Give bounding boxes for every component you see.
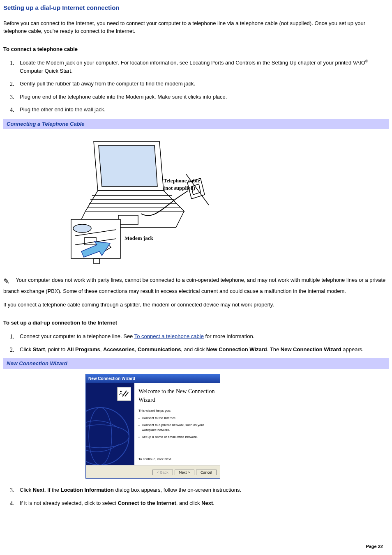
note-block: ✎ Your computer does not work with party… [3, 276, 389, 295]
step-text: , [135, 346, 138, 352]
figure-caption-wizard: New Connection Wizard [3, 358, 389, 369]
step-text: Click [20, 346, 33, 352]
wizard-cancel-button[interactable]: Cancel [196, 470, 217, 475]
pencil-note-icon: ✎ [3, 276, 9, 287]
svg-point-16 [120, 391, 122, 392]
not-supplied-label: (not supplied) [164, 185, 195, 191]
strong-connect-internet: Connect to the Internet [118, 500, 176, 506]
note-text: Your computer does not work with party l… [3, 277, 385, 294]
cable-label: Telephone cable [164, 177, 200, 184]
laptop-diagram-figure: Telephone cable (not supplied) Modem jac… [3, 137, 389, 267]
svg-rect-10 [94, 259, 99, 264]
list-item: Gently pull the rubber tab away from the… [12, 80, 389, 88]
step-text: dialog box appears, follow the on-screen… [114, 487, 241, 493]
svg-rect-4 [118, 215, 138, 224]
step-text: Connect your computer to a telephone lin… [20, 333, 134, 339]
subheading-dialup: To set up a dial-up connection to the In… [3, 319, 389, 327]
dialup-steps-continued: Click Next. If the Location Information … [3, 486, 389, 507]
list-item: If it is not already selected, click to … [12, 499, 389, 507]
strong-ncw: New Connection Wizard [206, 346, 267, 352]
figure-caption-cable: Connecting a Telephone Cable [3, 119, 389, 129]
step-text: If it is not already selected, click to … [20, 500, 118, 506]
subheading-connect-cable: To connect a telephone cable [3, 45, 389, 53]
registered-mark: ® [365, 59, 368, 63]
wizard-helps-text: This wizard helps you: [138, 408, 216, 413]
strong-all-programs: All Programs [67, 346, 100, 352]
wizard-next-button[interactable]: Next > [175, 470, 194, 475]
svg-point-6 [73, 224, 91, 233]
wizard-sidebar-graphic [86, 383, 134, 465]
step-text: for more information. [204, 333, 255, 339]
connect-cable-link[interactable]: To connect a telephone cable [134, 333, 204, 339]
step-text: Locate the Modem jack on your computer. … [20, 60, 365, 66]
page-number: Page 22 [366, 543, 383, 550]
strong-start: Start [33, 346, 45, 352]
dialup-steps: Connect your computer to a telephone lin… [3, 332, 389, 353]
intro-text: Before you can connect to the Internet, … [3, 19, 389, 35]
list-item: Locate the Modem jack on your computer. … [12, 59, 389, 75]
strong-location-info: Location Information [61, 487, 114, 493]
wizard-bullet: Connect to the Internet. [138, 416, 216, 421]
list-item: Plug one end of the telephone cable into… [12, 93, 389, 101]
step-text: . [213, 500, 214, 506]
wizard-titlebar: New Connection Wizard [86, 374, 220, 383]
list-item: Connect your computer to a telephone lin… [12, 332, 389, 341]
wizard-back-button[interactable]: < Back [152, 470, 173, 475]
step-text: , [100, 346, 103, 352]
step-text: , and click [181, 346, 206, 352]
wizard-icon [117, 387, 131, 401]
wizard-continue-text: To continue, click Next. [138, 457, 172, 462]
step-text: , point to [45, 346, 67, 352]
strong-next2: Next [201, 500, 213, 506]
step-text: . If the [44, 487, 61, 493]
strong-next: Next [33, 487, 44, 493]
step-text: Computer Quick Start. [20, 68, 73, 74]
splitter-note: If you connect a telephone cable coming … [3, 301, 389, 309]
step-text: , and click [176, 500, 201, 506]
section-title: Setting up a dial-up Internet connection [3, 3, 389, 13]
strong-communications: Communications [138, 346, 181, 352]
step-text: appears. [341, 346, 364, 352]
wizard-bullet: Connect to a private network, such as yo… [138, 423, 216, 433]
connect-cable-steps: Locate the Modem jack on your computer. … [3, 59, 389, 114]
list-item: Plug the other end into the wall jack. [12, 106, 389, 114]
list-item: Click Start, point to All Programs, Acce… [12, 345, 389, 354]
step-text: . The [267, 346, 281, 352]
strong-accessories: Accessories [103, 346, 135, 352]
wizard-welcome-title: Welcome to the New Connection Wizard [138, 387, 216, 404]
laptop-cable-svg: Telephone cable (not supplied) Modem jac… [69, 137, 233, 265]
wizard-bullet: Set up a home or small office network. [138, 435, 216, 440]
modem-jack-label: Modem jack [125, 235, 153, 241]
step-text: Click [20, 487, 33, 493]
wizard-screenshot: New Connection Wizard [85, 374, 389, 479]
strong-ncw2: New Connection Wizard [281, 346, 341, 352]
list-item: Click Next. If the Location Information … [12, 486, 389, 494]
